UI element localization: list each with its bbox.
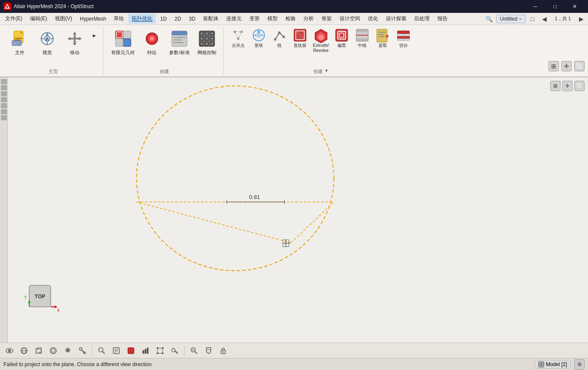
tool-target[interactable]: [47, 345, 59, 357]
view-icon: [37, 28, 58, 49]
close-button[interactable]: ✕: [565, 0, 585, 13]
tool-clip[interactable]: [203, 345, 215, 357]
ribbon-grid-icon[interactable]: ⊞: [549, 61, 559, 71]
menu-connect[interactable]: 连接元: [223, 14, 245, 24]
ribbon-section-home: ··· 文件: [3, 27, 103, 75]
menu-hypermesh[interactable]: HyperMesh: [76, 15, 109, 23]
svg-point-13: [46, 34, 48, 37]
section-create2-arrow[interactable]: ▼: [324, 68, 329, 73]
gizmo: TOP X Y: [21, 277, 59, 317]
model-indicator[interactable]: Model [2]: [534, 360, 571, 369]
ribbon-btn-offset[interactable]: 偏置: [332, 27, 351, 49]
ribbon-plus-icon[interactable]: ✛: [561, 61, 572, 71]
tool-wrench[interactable]: [76, 345, 88, 357]
svg-text:TOP: TOP: [35, 294, 45, 300]
svg-point-43: [206, 38, 208, 40]
ribbon-btn-move[interactable]: 移动: [62, 27, 88, 57]
menu-analysis[interactable]: 分析: [300, 14, 317, 24]
svg-point-42: [201, 38, 203, 40]
svg-line-146: [195, 352, 197, 354]
menu-morph[interactable]: 变形: [246, 14, 263, 24]
menu-bar: 文件(E) 编辑(E) 视图(V) HyperMesh 草绘 拓扑优化 1D 2…: [0, 13, 588, 25]
svg-rect-87: [8, 77, 588, 342]
menu-view[interactable]: 视图(V): [52, 14, 76, 24]
vp-view-btn[interactable]: ⬜: [574, 81, 585, 91]
menu-2d[interactable]: 2D: [171, 15, 185, 23]
ribbon-btn-view[interactable]: 视觉: [34, 27, 60, 57]
maximize-button[interactable]: □: [545, 0, 565, 13]
menu-post[interactable]: 后处理: [411, 14, 433, 24]
ribbon-right-controls: ⊞ ✛ ⬜: [549, 27, 585, 75]
tool-zoom-find[interactable]: [188, 345, 200, 357]
split-label: 切分: [399, 43, 408, 48]
ribbon-btn-mesh[interactable]: 网格控制: [194, 27, 220, 57]
vp-grid-btn[interactable]: ⊞: [550, 81, 561, 91]
svg-point-151: [223, 351, 224, 352]
ribbon-btn-midline[interactable]: 中线: [353, 27, 372, 49]
ruled-label: 直纹面: [294, 43, 306, 48]
menu-1d[interactable]: 1D: [157, 15, 170, 23]
menu-optimize[interactable]: 优化: [364, 14, 382, 24]
menu-file[interactable]: 文件(E): [2, 14, 26, 24]
search-icon[interactable]: 🔍: [484, 14, 494, 24]
tool-key[interactable]: [169, 345, 181, 357]
menu-frame[interactable]: 骨架: [318, 14, 335, 24]
ribbon-btn-split[interactable]: 切分: [394, 27, 413, 49]
model-icon: [538, 361, 544, 367]
page-right-icon[interactable]: ▶: [576, 14, 586, 24]
ribbon-btn-shape[interactable]: 形状: [249, 27, 268, 49]
tool-lock[interactable]: [217, 345, 229, 357]
menu-assembly[interactable]: 装配体: [200, 14, 222, 24]
section-create2-label: 创建: [313, 68, 323, 75]
tool-eye[interactable]: [3, 345, 15, 357]
page-info: 1，共 1: [552, 14, 574, 23]
project-name-btn[interactable]: Untitled ~: [496, 15, 526, 23]
svg-point-47: [211, 43, 213, 45]
ribbon-btn-extrude[interactable]: Extrude/ Revolve: [311, 27, 330, 54]
svg-point-45: [201, 43, 203, 45]
menu-design-explore[interactable]: 设计探索: [382, 14, 410, 24]
menu-design[interactable]: 设计空间: [336, 14, 364, 24]
ribbon-btn-line[interactable]: 线: [270, 27, 289, 49]
ribbon-section-create2-items: 点吊点 形状: [229, 27, 413, 67]
tool-bar[interactable]: [139, 345, 152, 357]
tool-red[interactable]: [125, 345, 137, 357]
menu-check[interactable]: 检验: [282, 14, 299, 24]
split-icon: [396, 28, 411, 43]
new-window-icon[interactable]: □: [527, 14, 538, 24]
menu-report[interactable]: 报告: [434, 14, 451, 24]
vp-plus-btn[interactable]: ✛: [562, 81, 573, 91]
ribbon-btn-point[interactable]: 点吊点: [229, 27, 248, 49]
ribbon-btn-extract[interactable]: 提取: [373, 27, 392, 49]
viewport-controls: ⊞ ✛ ⬜: [550, 81, 585, 91]
svg-point-46: [206, 43, 208, 45]
tool-search[interactable]: [96, 345, 108, 357]
tool-box[interactable]: [33, 345, 45, 357]
status-settings-btn[interactable]: ⚙: [574, 359, 585, 370]
menu-model[interactable]: 模型: [264, 14, 281, 24]
menu-sketch[interactable]: 草绘: [110, 14, 127, 24]
svg-rect-153: [540, 363, 543, 366]
menu-topo[interactable]: 拓扑优化: [128, 14, 156, 24]
ribbon-tile-icon[interactable]: ⬜: [574, 61, 585, 71]
bottom-toolbar: [0, 342, 588, 358]
minimize-button[interactable]: ─: [525, 0, 545, 13]
page-left-icon[interactable]: ◀: [540, 14, 550, 24]
tool-frame[interactable]: [154, 345, 166, 357]
svg-line-144: [176, 352, 177, 352]
ribbon-btn-file[interactable]: ··· 文件: [7, 27, 33, 57]
main-viewport[interactable]: 0.81 ⊞ ✛ ⬜ TOP X Y: [8, 77, 588, 342]
move-icon: [64, 28, 85, 49]
tool-globe[interactable]: [18, 345, 30, 357]
section-home-collapse[interactable]: ▶: [89, 30, 100, 40]
svg-rect-132: [145, 349, 146, 354]
ribbon-btn-feature[interactable]: 特征: [139, 27, 165, 57]
ribbon-btn-ruled[interactable]: 直纹面: [291, 27, 309, 49]
tool-list[interactable]: [110, 345, 122, 357]
ribbon-btn-fem[interactable]: 有限元几何: [109, 27, 137, 57]
tool-settings[interactable]: [62, 345, 74, 357]
feature-label: 特征: [147, 50, 157, 55]
menu-3d[interactable]: 3D: [185, 15, 199, 23]
menu-edit[interactable]: 编辑(E): [27, 14, 51, 24]
ribbon-btn-params[interactable]: 参数/标准: [167, 27, 192, 57]
